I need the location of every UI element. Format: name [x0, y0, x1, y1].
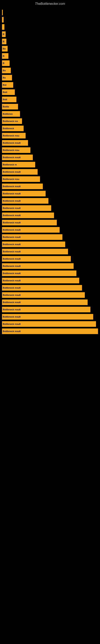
bar: Bottleneck result	[2, 256, 71, 262]
bar: Bottleneck result	[2, 270, 76, 276]
bar-label: Bottleneck result	[3, 279, 21, 282]
bar: Bottleneck res	[2, 118, 22, 124]
bar-label: Bottleneck result	[3, 228, 21, 231]
bar: Bottleneck	[2, 126, 24, 131]
bar: Bottleneck result	[2, 154, 33, 160]
bar-row: Bottleneck result	[2, 191, 98, 196]
bar: Bottleneck result	[2, 278, 79, 283]
bar-label: Bo	[3, 69, 6, 72]
bar-row: Bottleneck result	[2, 256, 98, 262]
bar-label: Bottleneck result	[3, 250, 21, 253]
bar-label: Bottleneck result	[3, 323, 21, 325]
bar-row: Bottleneck result	[2, 307, 98, 312]
bar: Bottleneck result	[2, 314, 93, 320]
bar-label: Bot	[3, 84, 6, 86]
bar-label: Bott	[3, 91, 7, 94]
bar: Bottleneck resu	[2, 147, 30, 153]
bar-label: Bottle	[3, 106, 9, 108]
bar-row: Bottleneck result	[2, 321, 98, 327]
bar: Bott	[2, 96, 16, 102]
bar: Bo	[2, 68, 11, 73]
bar-row: Bo	[2, 75, 98, 80]
bar-label: B	[3, 55, 4, 57]
bar: Bottleneck result	[2, 220, 57, 226]
bar-row: Bottleneck result	[2, 154, 98, 160]
bar-label: Bottleneck result	[3, 243, 21, 246]
bar-label: Bottleneck result	[3, 301, 21, 304]
bar-label: Bottleneck resu	[3, 178, 19, 180]
bar: Bottlenec	[2, 111, 20, 117]
bar-row: B	[2, 39, 98, 44]
bar-label: Bottleneck result	[3, 185, 21, 188]
bar-label: Bottleneck result	[3, 171, 21, 173]
bar-row: Bottleneck result	[2, 270, 98, 276]
bar	[2, 17, 3, 22]
bar-label: B	[3, 62, 4, 64]
bar: Bottleneck result	[2, 328, 98, 334]
bar: Bottleneck result	[2, 198, 49, 204]
bar: Bottleneck result	[2, 300, 88, 305]
bar-row: Bott	[2, 89, 98, 95]
bar-label: Bottleneck result	[3, 258, 21, 260]
bar-row: Bottleneck result	[2, 220, 98, 226]
bar-label: Bo	[3, 76, 6, 79]
bar-label: Bottleneck result	[3, 156, 21, 158]
bar-label: Bottleneck result	[3, 192, 21, 195]
bar-row: B	[2, 53, 98, 59]
bar: Bo	[2, 46, 8, 52]
bar: Bottleneck resu	[2, 176, 40, 182]
bar: B	[2, 60, 10, 66]
bar-row: Bottleneck result	[2, 212, 98, 218]
bar-row: Bottleneck result	[2, 249, 98, 254]
bar: B	[2, 32, 6, 37]
site-title: TheBottlenecker.com	[0, 0, 100, 7]
bar-row: Bo	[2, 46, 98, 52]
bar-label: Bottleneck re	[3, 164, 17, 166]
bar-label: Bottleneck result	[3, 142, 21, 144]
bar-row: Bottleneck result	[2, 328, 98, 334]
bar-row: Bot	[2, 82, 98, 88]
bar: Bottle	[2, 104, 18, 110]
bar: Bo	[2, 75, 12, 80]
bar: Bott	[2, 89, 15, 95]
bar-row: Bottleneck result	[2, 205, 98, 211]
bar-row: Bottleneck result	[2, 234, 98, 240]
bar-label: Bottleneck result	[3, 330, 21, 332]
bar	[2, 24, 4, 30]
bar	[2, 10, 3, 15]
bar-label: Bottleneck result	[3, 200, 21, 202]
bar: Bottleneck result	[2, 263, 74, 269]
bar: Bottleneck re	[2, 162, 35, 168]
bar: Bottleneck result	[2, 307, 90, 312]
bar-label: Bottlenec	[3, 113, 13, 115]
bar: B	[2, 53, 8, 59]
bar-label: Bottleneck result	[3, 214, 21, 216]
bar: Bottleneck result	[2, 242, 65, 247]
bar-row: Bottleneck resu	[2, 176, 98, 182]
bar-label: Bottleneck result	[3, 286, 21, 289]
bar: Bot	[2, 82, 13, 88]
bar-row	[2, 10, 98, 15]
bar-row: Bottleneck result	[2, 285, 98, 290]
bar: Bottleneck result	[2, 191, 46, 196]
bar-row: Bottleneck result	[2, 242, 98, 247]
bar: Bottleneck result	[2, 205, 51, 211]
bar: Bottleneck result	[2, 227, 60, 233]
bar: Bottleneck result	[2, 249, 68, 254]
bar-label: Bottleneck result	[3, 316, 21, 318]
bar-row	[2, 17, 98, 22]
bar-label: B	[3, 33, 4, 36]
bar-label: Bottleneck result	[3, 236, 21, 238]
bar: Bottleneck result	[2, 321, 96, 327]
bar-row: Bottleneck result	[2, 169, 98, 175]
bar-row: Bottleneck result	[2, 300, 98, 305]
bar-row	[2, 24, 98, 30]
bar-row: Bottleneck re	[2, 162, 98, 168]
bar-label: Bottleneck result	[3, 265, 21, 267]
bar-label: Bottleneck result	[3, 308, 21, 311]
bar: Bottleneck result	[2, 285, 82, 290]
bar: Bottleneck result	[2, 184, 43, 189]
bar-row: Bottleneck res	[2, 118, 98, 124]
bar-label: Bottleneck	[3, 127, 14, 130]
bar-label: Bottleneck result	[3, 207, 21, 209]
